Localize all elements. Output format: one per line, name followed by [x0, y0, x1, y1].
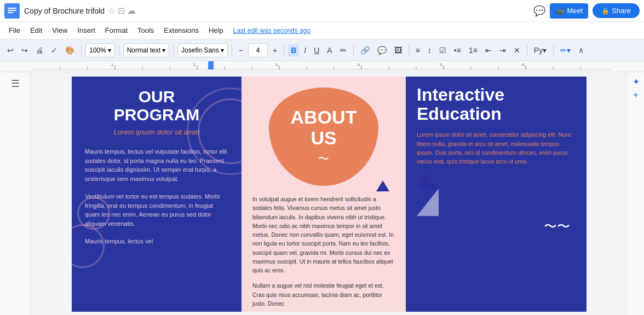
italic-button[interactable]: I [301, 44, 309, 56]
numbered-list-button[interactable]: 1≡ [466, 44, 480, 56]
menu-extensions[interactable]: Extensions [159, 24, 203, 37]
document-area[interactable]: OUR PROGRAM Lorem ipsum dolor sit amet M… [31, 72, 628, 315]
bullet-list-button[interactable]: •≡ [451, 44, 464, 56]
link-button[interactable]: 🔗 [358, 44, 372, 56]
meet-button[interactable]: 📹 Meet [550, 3, 588, 19]
separator-9 [553, 45, 554, 56]
style-dropdown[interactable]: Normal text ▾ [123, 43, 169, 57]
panel2-title: ABOUT US [291, 107, 357, 148]
menu-insert[interactable]: Insert [73, 24, 100, 37]
panel2-about-us: ABOUT US 〜 In volutpat augue et lorem he… [242, 77, 406, 312]
clear-format-button[interactable]: ✕ [511, 44, 523, 56]
svg-text:4: 4 [358, 62, 360, 67]
comments-button[interactable]: 💬 [533, 5, 545, 17]
panel2-text2: Nullam a augue vel nisl molestie feugiat… [252, 281, 395, 308]
indent-decrease-button[interactable]: ⇤ [482, 44, 495, 56]
title-bar: Copy of Brochure trifold ☆ ⊡ ☁ 💬 📹 Meet … [0, 0, 644, 22]
paint-format-button[interactable]: 🎨 [62, 44, 77, 56]
separator-7 [409, 45, 409, 56]
circle-deco-3 [77, 197, 110, 230]
separator-6 [353, 45, 354, 56]
svg-text:6: 6 [522, 62, 525, 67]
ruler: 1 2 3 4 5 6 [0, 61, 644, 72]
spellcheck-button[interactable]: ✓ [48, 44, 60, 56]
svg-text:2: 2 [193, 62, 196, 67]
last-edit: Last edit was seconds ago [233, 27, 311, 34]
separator-2 [119, 45, 119, 56]
font-size-decrease-button[interactable]: − [236, 44, 246, 56]
triangle-deco-p3-1 [417, 172, 436, 189]
menu-help[interactable]: Help [204, 24, 228, 37]
highlight-button[interactable]: ✏ [337, 44, 349, 56]
menu-edit[interactable]: Edit [26, 24, 47, 37]
main-area: ☰ OUR PROGRAM Lorem ipsum dolor sit amet… [0, 72, 644, 315]
font-size-increase-button[interactable]: + [270, 44, 280, 56]
separator-8 [527, 45, 527, 56]
svg-rect-3 [8, 12, 13, 13]
svg-rect-1 [8, 8, 16, 9]
panel3-interactive-education: Interactive Education Lorem ipsum dolor … [406, 77, 586, 312]
panel3-title: Interactive Education [417, 85, 576, 124]
separator-5 [284, 45, 284, 56]
svg-text:1: 1 [111, 62, 114, 67]
edit-mode-button[interactable]: ✏▾ [557, 44, 573, 56]
panel1-our-program: OUR PROGRAM Lorem ipsum dolor sit amet M… [72, 77, 242, 312]
panel2-text1: In volutpat augue et lorem hendrerit sol… [252, 195, 395, 275]
print-button[interactable]: 🖨 [33, 44, 46, 56]
svg-text:3: 3 [275, 62, 278, 67]
panel1-text3: Mauris tempus, lectus vel [85, 237, 228, 246]
zoom-dropdown[interactable]: 100% ▾ [85, 43, 115, 57]
top-right-buttons: 💬 📹 Meet 🔒 Share [533, 3, 640, 19]
svg-rect-31 [208, 61, 214, 69]
align-button[interactable]: ≡ [413, 44, 423, 56]
underline-button[interactable]: U [311, 44, 322, 56]
font-size-input[interactable] [248, 43, 268, 57]
wave-deco-p3: 〜〜 [544, 218, 570, 235]
suggestions-button[interactable]: Py▾ [531, 44, 549, 56]
ruler-svg: 1 2 3 4 5 6 [33, 61, 611, 72]
comment-button[interactable]: 💬 [375, 44, 389, 56]
star-icon[interactable]: ☆ [108, 5, 116, 16]
line-spacing-button[interactable]: ↕ [425, 44, 434, 56]
gemini-icon[interactable]: ✦ [633, 77, 640, 87]
separator-1 [81, 45, 82, 56]
cloud-icon[interactable]: ☁ [127, 5, 136, 16]
panel2-wave: 〜 [318, 151, 329, 166]
menu-format[interactable]: Format [101, 24, 132, 37]
svg-text:5: 5 [440, 62, 442, 67]
indent-increase-button[interactable]: ⇥ [497, 44, 509, 56]
collapse-button[interactable]: ∧ [576, 44, 586, 56]
menu-tools[interactable]: Tools [133, 24, 158, 37]
right-sidebar: ✦ + [628, 72, 644, 315]
triangle-deco-p2 [376, 180, 389, 191]
brochure: OUR PROGRAM Lorem ipsum dolor sit amet M… [72, 77, 586, 312]
doc-icon [4, 3, 20, 19]
undo-button[interactable]: ↩ [4, 44, 16, 56]
menu-bar: File Edit View Insert Format Tools Exten… [0, 22, 644, 39]
redo-button[interactable]: ↪ [19, 44, 31, 56]
document-title[interactable]: Copy of Brochure trifold [24, 7, 105, 15]
menu-view[interactable]: View [48, 24, 72, 37]
panel3-text1: Lorem ipsum dolor sit amet, consectetur … [417, 130, 576, 166]
panel2-header-blob: ABOUT US 〜 [269, 88, 378, 186]
image-button[interactable]: 🖼 [392, 44, 405, 56]
menu-file[interactable]: File [4, 24, 25, 37]
triangle-deco-p3-2 [417, 189, 439, 216]
checklist-button[interactable]: ☑ [436, 44, 449, 56]
font-color-button[interactable]: A [324, 44, 335, 56]
share-button[interactable]: 🔒 Share [593, 3, 640, 18]
outline-icon[interactable]: ☰ [11, 78, 20, 90]
svg-rect-2 [8, 10, 16, 11]
toolbar: ↩ ↪ 🖨 ✓ 🎨 100% ▾ Normal text ▾ Josefin S… [0, 39, 644, 61]
add-icon[interactable]: + [633, 90, 638, 100]
bold-button[interactable]: B [288, 44, 299, 56]
left-sidebar: ☰ [0, 72, 31, 315]
folder-icon[interactable]: ⊡ [118, 5, 125, 16]
font-dropdown[interactable]: Josefin Sans ▾ [177, 43, 228, 57]
separator-4 [232, 45, 232, 56]
separator-3 [173, 45, 174, 56]
circle-deco-2 [72, 224, 105, 268]
